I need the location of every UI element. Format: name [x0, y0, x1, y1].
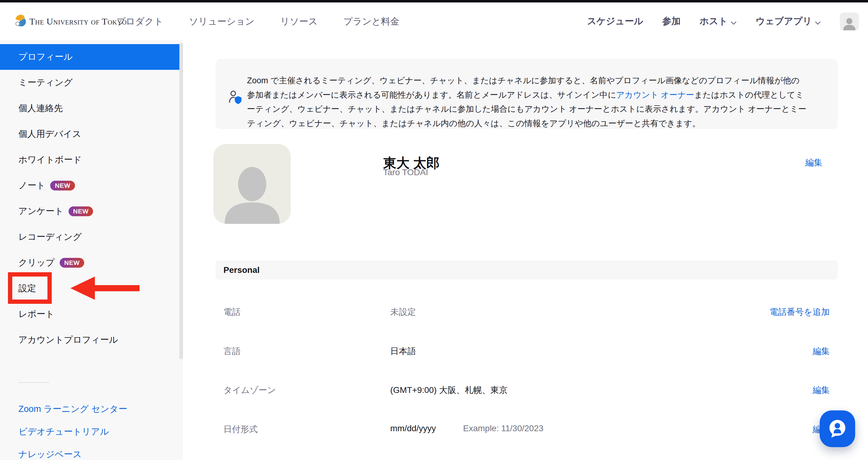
sidebar-item-settings[interactable]: 設定	[0, 276, 183, 301]
edit-language-link[interactable]: 編集	[813, 345, 830, 357]
chevron-down-icon	[815, 17, 821, 27]
add-phone-link[interactable]: 電話番号を追加	[770, 306, 830, 318]
personal-section-title: Personal	[223, 265, 259, 275]
notice-text-segment: またはホストの代理としてミ	[694, 90, 804, 99]
nav-solutions[interactable]: ソリューション	[189, 15, 255, 28]
notice-text-segment: 参加者またはメンバーに表示される可能性があります。名前とメールアドレスは、サイン…	[247, 90, 616, 99]
join-link[interactable]: 参加	[662, 15, 681, 28]
row-value: (GMT+9:00) 大阪、札幌、東京	[390, 384, 507, 396]
ginkgo-logo-icon	[14, 15, 26, 28]
chat-person-icon	[828, 419, 847, 439]
row-label: タイムゾーン	[223, 384, 276, 396]
sidebar-item-personal-contacts[interactable]: 個人連絡先	[0, 95, 183, 121]
account-avatar[interactable]	[840, 12, 859, 30]
row-value: mm/dd/yyyy	[390, 424, 436, 433]
sidebar-item-label: アンケート	[18, 205, 64, 218]
profile-avatar[interactable]	[213, 144, 291, 224]
sidebar-item-account-profile[interactable]: アカウントプロフィール	[0, 327, 183, 353]
sidebar-item-meetings[interactable]: ミーティング	[0, 70, 183, 95]
sidebar-item-label: 設定	[18, 282, 36, 295]
sidebar-item-label: プロフィール	[18, 51, 72, 63]
notice-line: ティング、ウェビナー、チャット、またはチャネル内の他の人々は、この情報をアプリや…	[247, 116, 806, 131]
person-shield-icon	[228, 90, 243, 106]
sidebar-item-whiteboard[interactable]: ホワイトボード	[0, 147, 183, 173]
chevron-down-icon	[731, 17, 737, 27]
sidebar-item-profile[interactable]: プロフィール	[0, 44, 183, 70]
notice-line: Zoom で主催されるミーティング、ウェビナー、チャット、またはチャネルに参加す…	[247, 74, 806, 88]
row-label: 言語	[223, 345, 241, 357]
sidebar-menu: プロフィール ミーティング 個人連絡先 個人用デバイス ホワイトボード ノート …	[0, 44, 183, 353]
sidebar-scrollbar[interactable]	[179, 43, 183, 359]
person-icon	[842, 16, 857, 30]
new-badge: NEW	[50, 181, 75, 191]
video-tutorials-link[interactable]: ビデオチュートリアル	[18, 426, 127, 435]
knowledge-base-link[interactable]: ナレッジベース	[18, 448, 127, 458]
personal-row-date-format: 日付形式 mm/dd/yyyy Example: 11/30/2023 編集	[215, 422, 838, 435]
sidebar-divider	[18, 382, 49, 383]
edit-timezone-link[interactable]: 編集	[813, 384, 830, 396]
sidebar-item-label: 個人用デバイス	[18, 128, 82, 140]
row-value: 日本語	[390, 345, 416, 357]
account-owner-link[interactable]: アカウント オーナー	[616, 90, 694, 99]
sidebar: プロフィール ミーティング 個人連絡先 個人用デバイス ホワイトボード ノート …	[0, 40, 183, 460]
sidebar-item-personal-devices[interactable]: 個人用デバイス	[0, 121, 183, 147]
sidebar-item-clips[interactable]: クリップ NEW	[0, 250, 183, 276]
main-content: Zoom で主催されるミーティング、ウェビナー、チャット、またはチャネルに参加す…	[183, 40, 868, 460]
sidebar-item-label: アカウントプロフィール	[18, 334, 118, 346]
sidebar-item-reports[interactable]: レポート	[0, 301, 183, 327]
sidebar-item-label: レコーディング	[18, 231, 82, 243]
sidebar-item-label: レポート	[18, 308, 55, 320]
schedule-link[interactable]: スケジュール	[587, 15, 643, 28]
learning-center-link[interactable]: Zoom ラーニング センター	[18, 403, 127, 412]
privacy-notice-text: Zoom で主催されるミーティング、ウェビナー、チャット、またはチャネルに参加す…	[247, 74, 806, 131]
site-header: The University of Tokyo プロダクト ソリューション リソ…	[0, 2, 868, 40]
row-label: 電話	[223, 306, 241, 318]
sidebar-item-label: ミーティング	[18, 77, 72, 89]
nav-resources[interactable]: リソース	[280, 15, 318, 28]
sidebar-item-label: ノート	[18, 179, 45, 192]
nav-products[interactable]: プロダクト	[116, 15, 163, 28]
sidebar-item-label: クリップ	[18, 257, 55, 269]
webapp-label: ウェブアプリ	[756, 15, 812, 28]
host-label: ホスト	[700, 15, 728, 28]
new-badge: NEW	[68, 206, 93, 216]
person-silhouette-icon	[222, 160, 283, 224]
sidebar-footer-links: Zoom ラーニング センター ビデオチュートリアル ナレッジベース	[18, 403, 127, 460]
row-example: Example: 11/30/2023	[463, 424, 544, 433]
host-menu[interactable]: ホスト	[700, 15, 737, 28]
notice-line: 参加者またはメンバーに表示される可能性があります。名前とメールアドレスは、サイン…	[247, 88, 806, 102]
main-nav: プロダクト ソリューション リソース プランと料金	[116, 15, 399, 28]
sidebar-item-surveys[interactable]: アンケート NEW	[0, 198, 183, 224]
sidebar-item-recordings[interactable]: レコーディング	[0, 224, 183, 250]
row-label: 日付形式	[223, 424, 258, 435]
nav-plans-pricing[interactable]: プランと料金	[343, 15, 399, 28]
university-logo[interactable]: The University of Tokyo	[14, 15, 127, 28]
header-right: スケジュール 参加 ホスト ウェブアプリ	[587, 12, 859, 30]
profile-name-en: Taro TODAI	[383, 168, 428, 177]
top-black-bar	[0, 0, 868, 2]
privacy-notice: Zoom で主催されるミーティング、ウェビナー、チャット、またはチャネルに参加す…	[215, 59, 838, 129]
personal-section-header: Personal	[215, 260, 838, 280]
notice-line: ーティング、ウェビナー、チャット、またはチャネルに参加した場合にもアカウント オ…	[247, 102, 806, 116]
profile-edit-link[interactable]: 編集	[805, 157, 823, 168]
row-value: 未設定	[390, 306, 416, 318]
personal-row-phone: 電話 未設定 電話番号を追加	[215, 305, 838, 317]
webapp-menu[interactable]: ウェブアプリ	[756, 15, 821, 28]
sidebar-item-label: ホワイトボード	[18, 154, 82, 166]
personal-row-timezone: タイムゾーン (GMT+9:00) 大阪、札幌、東京 編集	[215, 383, 838, 395]
zoom-profile-page: The University of Tokyo プロダクト ソリューション リソ…	[0, 0, 868, 460]
personal-row-language: 言語 日本語 編集	[215, 344, 838, 356]
brand-text: The University of Tokyo	[29, 16, 127, 27]
new-badge: NEW	[60, 258, 85, 268]
support-chat-button[interactable]	[819, 410, 855, 447]
sidebar-item-label: 個人連絡先	[18, 102, 63, 115]
sidebar-item-notes[interactable]: ノート NEW	[0, 173, 183, 198]
